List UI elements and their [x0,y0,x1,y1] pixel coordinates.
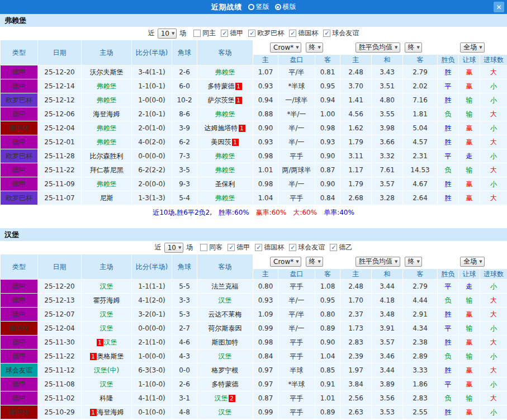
away-team-name[interactable]: 弗赖堡 [215,152,235,160]
away-team-name[interactable]: 汉堡 [219,296,232,304]
away-team-name[interactable]: 汉堡 [215,394,228,402]
home-team-name[interactable]: 拜仁慕尼黑 [90,166,124,174]
checkbox-icon: ✓ [228,244,235,251]
result-wdl: 胜 [438,336,459,350]
home-team-cell: 1奥格斯堡 [82,350,132,364]
home-team-name[interactable]: 比尔森胜利 [90,152,124,160]
match-score: 0-1(0-0) [132,405,172,419]
away-team-name[interactable]: 法兰克福 [212,282,239,290]
odds-away: 0.84 [315,191,340,205]
home-team-name[interactable]: 弗赖堡 [97,180,117,188]
filter-option[interactable]: 同客 [200,243,222,252]
filter-option[interactable]: ✓欧罗巴杯 [248,29,284,38]
filter-option[interactable]: ✓德国杯 [289,29,318,38]
red-card-badge: 1 [90,353,97,360]
avg-away: 2.31 [403,149,438,163]
away-team-name[interactable]: 汉堡 [219,352,232,360]
away-team-name[interactable]: 云达不莱梅 [209,310,242,318]
home-team-name[interactable]: 汉堡 [100,324,113,332]
away-team-name[interactable]: 弗赖堡 [215,194,235,202]
away-team-name[interactable]: 多特蒙德 [208,82,235,90]
filter-option[interactable]: 同主 [193,29,216,38]
away-team-name[interactable]: 美因茨 [211,138,231,146]
avg-select[interactable]: 胜平负均值▼ [356,43,400,53]
avg-final-select[interactable]: 终▼ [405,257,422,267]
home-team-name[interactable]: 弗赖堡 [97,96,117,104]
home-team-name[interactable]: 汉堡 [100,310,113,318]
home-team-name[interactable]: 汉堡 [100,380,113,388]
home-team-name[interactable]: 海登海姆 [97,408,124,416]
home-team-name[interactable]: 海登海姆 [93,110,120,118]
subcol-odds-away: 客 [315,55,340,65]
avg-select[interactable]: 胜平负均值▼ [356,257,400,267]
home-team-name[interactable]: 弗赖堡 [97,138,117,146]
column-header-score: 比分(半场) [132,254,172,280]
avg-final-select[interactable]: 终▼ [405,43,422,53]
away-team-name[interactable]: 斯图加特 [212,338,239,346]
avg-home: 2.68 [340,191,372,205]
avg-away: 2.64 [403,191,438,205]
away-team-cell: 弗赖堡 [197,163,253,177]
close-button[interactable]: ✕ [494,2,504,12]
filter-option[interactable]: ✓德甲 [221,29,243,38]
away-team-name[interactable]: 弗赖堡 [215,68,235,76]
away-team-cell: 弗赖堡 [197,107,253,121]
league-type: 德甲 [1,280,38,294]
scope-select[interactable]: 全场▼ [460,257,484,267]
home-team-name[interactable]: 奥格斯堡 [97,352,124,360]
home-team-name[interactable]: 科隆 [100,394,113,402]
home-team-name[interactable]: 汉堡 [104,338,117,346]
away-team-name[interactable]: 萨尔茨堡 [208,96,235,104]
match-row: 德甲25-12-01弗赖堡4-0(2-0)6-2美因茨10.93半/一0.931… [1,135,507,149]
away-team-name[interactable]: 格罗宁根 [212,366,239,374]
odds-company-select[interactable]: Crow*▼ [270,257,301,267]
filter-option[interactable]: ✓德乙 [330,243,352,252]
result-goals: 大 [480,391,507,405]
odds-group-header: Crow*▼ 终▼ [253,257,340,267]
odds-handicap: 平手 [278,391,315,405]
league-type: 德国杯 [1,121,38,135]
away-team-name[interactable]: 荷尔斯泰因 [209,324,242,332]
league-type: 德国杯 [1,405,38,419]
home-team-name[interactable]: 弗赖堡 [97,82,117,90]
red-card-badge: 1 [97,339,103,346]
layout-radio-vertical[interactable]: 竖版 [248,2,269,12]
layout-radio-horizontal[interactable]: 横版 [275,2,296,12]
match-count-select[interactable]: 10 ▼ [164,243,184,253]
home-team-name[interactable]: 霍芬海姆 [93,296,120,304]
filter-option[interactable]: ✓球会友谊 [289,243,325,252]
home-team-name[interactable]: 汉堡(中) [94,366,119,374]
filter-option[interactable]: ✓德甲 [228,243,250,252]
red-card-badge: 2 [229,395,235,402]
odds-company-select[interactable]: Crow*▼ [270,43,301,53]
away-team-name[interactable]: 圣保利 [215,180,235,188]
corner-score: 2-7 [172,322,197,336]
away-team-name[interactable]: 弗赖堡 [215,110,235,118]
home-team-name[interactable]: 汉堡 [100,282,113,290]
odds-home: 0.80 [253,280,278,294]
away-team-name[interactable]: 弗赖堡 [215,166,235,174]
odds-final-select[interactable]: 终▼ [306,43,323,53]
league-type: 欧罗巴杯 [1,149,38,163]
red-card-badge: 1 [235,83,242,90]
avg-away: 2.79 [403,65,438,79]
away-team-name[interactable]: 汉堡 [219,408,232,416]
match-score: 1-1(0-0) [132,377,172,391]
away-team-name[interactable]: 多特蒙德 [212,380,239,388]
home-team-name[interactable]: 沃尔夫斯堡 [90,68,124,76]
home-team-name[interactable]: 弗赖堡 [97,124,117,132]
filter-option[interactable]: ✓球会友谊 [323,29,359,38]
odds-handicap: 平手 [278,336,315,350]
subcol-result-handicap: 让球 [459,269,480,280]
home-team-name[interactable]: 尼斯 [100,194,113,202]
column-header-home: 主场 [82,40,132,65]
filter-option-label: 同客 [209,243,222,252]
away-team-name[interactable]: 达姆施塔特 [205,124,238,132]
match-count-select[interactable]: 10 ▼ [158,29,177,39]
result-wdl: 胜 [438,308,459,322]
filter-option[interactable]: ✓德国杯 [255,243,284,252]
odds-final-select[interactable]: 终▼ [306,257,323,267]
scope-select[interactable]: 全场▼ [460,43,484,53]
odds-handicap: 平手 [278,280,315,294]
avg-away: 4.67 [403,177,438,191]
